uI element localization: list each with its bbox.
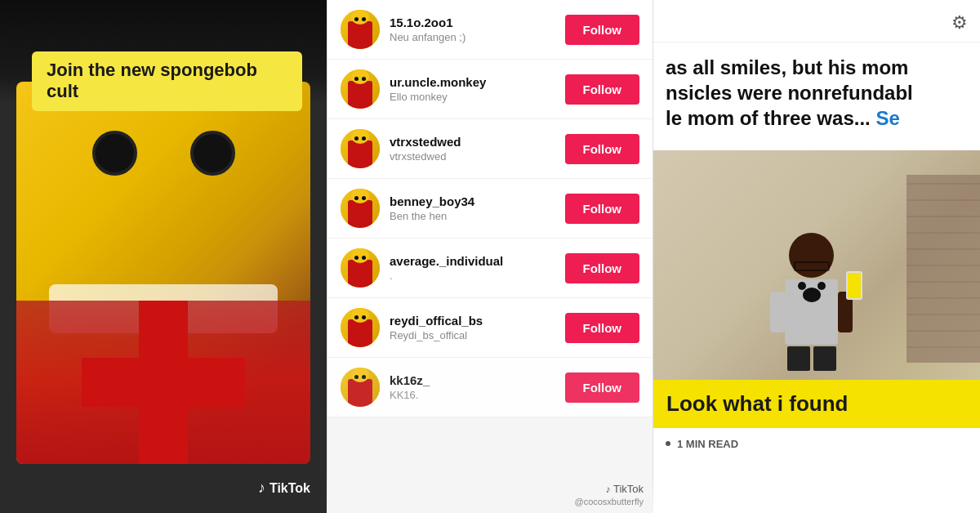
held-item [846, 271, 862, 300]
user-info: benney_boy34 Ben the hen [390, 194, 555, 222]
video-text-overlay: Join the new spongebob cult [32, 51, 302, 111]
avatar-eye-right [362, 77, 366, 81]
tiktok-watermark-text: TikTok [613, 483, 644, 495]
article-header: ⚙ [653, 0, 980, 42]
gear-icon[interactable]: ⚙ [951, 12, 968, 33]
avatar [341, 189, 380, 228]
person-figure [785, 233, 838, 371]
tiktok-watermark-label: ♪ TikTok [574, 483, 644, 495]
follow-button[interactable]: Follow [565, 15, 640, 45]
user-info: reydi_offical_bs Reydi_bs_offical [390, 314, 555, 341]
follow-button[interactable]: Follow [565, 253, 640, 283]
follow-button[interactable]: Follow [565, 74, 640, 105]
avatar-eye-right [362, 256, 366, 260]
avatar [341, 69, 380, 109]
follow-button[interactable]: Follow [565, 134, 640, 164]
list-item: average._individual . Follow [327, 239, 653, 298]
avatar-figure [348, 260, 372, 288]
user-bio: Reydi_bs_offical [390, 329, 555, 341]
follow-list-container: 15.1o.2oo1 Neu anfangen ;) Follow [327, 0, 653, 513]
person-head [789, 233, 834, 278]
tiktok-logo: ♪ TikTok [258, 480, 310, 497]
watermark-area: ♪ TikTok @cocosxbutterfly [574, 483, 644, 506]
wall-texture [906, 175, 980, 363]
avatar-eye-right [362, 375, 366, 379]
username: vtrxstedwed [390, 135, 555, 149]
list-item: reydi_offical_bs Reydi_bs_offical Follow [327, 298, 653, 358]
avatar-head [351, 308, 369, 323]
avatar [341, 308, 380, 347]
tiktok-label: TikTok [270, 481, 310, 496]
user-info: vtrxstedwed vtrxstedwed [390, 135, 555, 163]
panel-footer: ♪ TikTok @cocosxbutterfly [327, 472, 653, 513]
list-item: kk16z_ KK16. Follow [327, 358, 653, 417]
panel-tiktok-video: Join the new spongebob cult ♪ TikTok [0, 0, 327, 513]
avatar-eye-left [354, 196, 359, 200]
username: benney_boy34 [390, 194, 555, 208]
mickey-ear-right [817, 282, 826, 290]
panel-follow-list: 15.1o.2oo1 Neu anfangen ;) Follow [327, 0, 653, 513]
mickey-logo [803, 288, 821, 302]
avatar-eye-left [354, 17, 359, 21]
avatar-figure [348, 379, 372, 407]
username: kk16z_ [390, 373, 555, 387]
banner-text: Join the new spongebob cult [47, 60, 257, 101]
arm-left [770, 292, 785, 332]
follow-button[interactable]: Follow [565, 372, 640, 403]
list-item: vtrxstedwed vtrxstedwed Follow [327, 119, 653, 179]
user-bio: vtrxstedwed [390, 150, 555, 163]
red-area [16, 301, 310, 464]
leg-right [813, 346, 836, 371]
avatar-eye-left [354, 256, 359, 260]
image-caption: Look what i found [666, 391, 848, 416]
avatar-eye-right [362, 17, 366, 21]
headline-line3: le mom of three was... [666, 107, 871, 129]
article-image: Look what i found [653, 150, 980, 428]
right-eye [190, 131, 235, 176]
read-time: 1 MIN READ [677, 438, 738, 450]
yellow-caption-bar: Look what i found [653, 380, 980, 428]
avatar-head [351, 129, 369, 144]
article-text-area: as all smiles, but his mom nsicles were … [653, 42, 980, 150]
avatar [341, 129, 380, 168]
avatar-figure [348, 319, 372, 347]
username: 15.1o.2oo1 [390, 16, 555, 29]
article-footer: 1 MIN READ [653, 428, 980, 460]
list-item: benney_boy34 Ben the hen Follow [327, 179, 653, 239]
video-content [16, 82, 310, 464]
legs [787, 346, 836, 371]
list-item: ur.uncle.monkey Ello monkey Follow [327, 60, 653, 119]
avatar [341, 368, 380, 407]
glasses [794, 261, 830, 271]
left-eye [92, 131, 137, 176]
follow-button[interactable]: Follow [565, 194, 640, 224]
avatar-figure [348, 200, 372, 228]
follow-button[interactable]: Follow [565, 313, 640, 343]
user-bio: Ben the hen [390, 210, 555, 222]
user-bio: . [390, 270, 555, 282]
avatar-head [351, 248, 369, 263]
avatar-eye-left [354, 136, 359, 141]
username: ur.uncle.monkey [390, 75, 555, 89]
user-bio: Ello monkey [390, 91, 555, 103]
avatar-head [351, 10, 369, 25]
avatar-inner [341, 129, 380, 168]
see-more-link[interactable]: Se [875, 107, 899, 129]
mickey-ear-left [798, 282, 806, 290]
avatar-figure [348, 141, 372, 168]
avatar-inner [341, 368, 380, 407]
avatar-eye-left [354, 77, 359, 81]
person-body [785, 279, 838, 345]
avatar-inner [341, 308, 380, 347]
user-info: average._individual . [390, 254, 555, 282]
avatar-figure [348, 81, 372, 109]
cross-symbol [139, 301, 188, 464]
avatar-inner [341, 10, 380, 49]
headline-line1: as all smiles, but his mom [666, 56, 908, 78]
avatar-head [351, 368, 369, 382]
avatar-figure [348, 21, 372, 49]
avatar-eye-right [362, 196, 366, 200]
tiktok-music-icon: ♪ [258, 480, 265, 497]
avatar-eye-right [362, 315, 366, 319]
tiktok-icon: ♪ [606, 484, 611, 495]
